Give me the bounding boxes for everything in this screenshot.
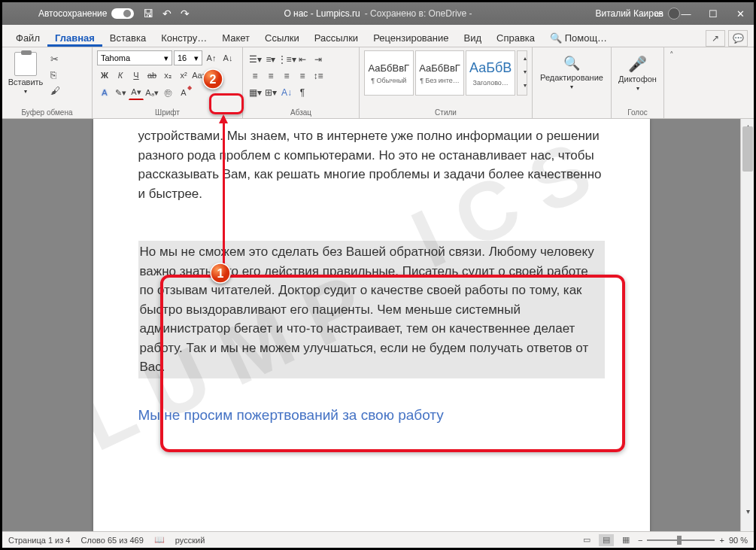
saved-label: - Сохранено в: OneDrive - <box>365 8 472 19</box>
save-icon[interactable]: 🖫 <box>143 8 153 20</box>
font-color-button[interactable]: A▾ <box>129 85 144 100</box>
comments-icon[interactable]: 💬 <box>728 30 748 47</box>
maximize-icon[interactable]: ☐ <box>700 2 727 25</box>
paragraph-2-selected: Но мы не сможем это сделать без Вашей об… <box>138 241 605 378</box>
styles-up-icon[interactable]: ▴ <box>518 51 533 65</box>
line-spacing-button[interactable]: ↕≡ <box>311 68 326 84</box>
bold-button[interactable]: Ж <box>97 68 112 83</box>
tab-insert[interactable]: Вставка <box>102 28 153 47</box>
styles-label: Стили <box>364 107 527 117</box>
para-label: Абзац <box>247 107 354 117</box>
copy-icon[interactable]: ⎘ <box>50 69 60 81</box>
styles-group: АаБбВвГ ¶ Обычный АаБбВвГ ¶ Без инте… Аа… <box>360 47 533 118</box>
zoom-level[interactable]: 90 % <box>729 536 748 545</box>
sort-button[interactable]: A↓ <box>279 85 294 100</box>
page[interactable]: L U M P I C S устройствами. Мы знаем, чт… <box>93 119 650 531</box>
ribbon-tabs: Файл Главная Вставка Констру… Макет Ссыл… <box>2 25 754 47</box>
grow-font-icon[interactable]: A↑ <box>204 50 219 65</box>
inc-indent-button[interactable]: ⇥ <box>311 52 326 67</box>
clear-format-button[interactable]: A <box>208 68 223 83</box>
search-icon: 🔍 <box>563 55 580 71</box>
justify-button[interactable]: ≡ <box>295 68 310 84</box>
language-status[interactable]: русский <box>175 536 205 545</box>
superscript-button[interactable]: x² <box>176 68 191 83</box>
subscript-button[interactable]: x₂ <box>160 68 175 83</box>
font-label: Шрифт <box>97 107 238 117</box>
enclose-button[interactable]: ㊞ <box>160 85 175 100</box>
voice-group: 🎤 Диктофон ▾ Голос <box>612 47 664 118</box>
clipboard-label: Буфер обмена <box>7 107 87 117</box>
share-icon[interactable]: ↗ <box>706 30 725 47</box>
heading: Мы не просим пожертвований за свою работ… <box>138 407 605 424</box>
page-status[interactable]: Страница 1 из 4 <box>8 536 70 545</box>
redo-icon[interactable]: ↷ <box>181 8 190 20</box>
zoom-slider[interactable] <box>647 539 715 541</box>
font-group: Tahoma▾ 16▾ A↑ A↓ Ж К Ч ab x₂ x² Aa▾ A A… <box>93 47 243 118</box>
editing-button[interactable]: 🔍 Редактирование ▾ <box>537 50 606 90</box>
vertical-scrollbar[interactable]: ▴ ▾ <box>740 119 754 531</box>
mic-icon: 🎤 <box>628 55 647 73</box>
styles-down-icon[interactable]: ▾ <box>518 65 533 78</box>
shrink-font-icon[interactable]: A↓ <box>220 50 235 65</box>
spellcheck-icon[interactable]: 📖 <box>154 535 165 545</box>
char-shading-button[interactable]: Aₐ▾ <box>144 85 159 100</box>
bullets-button[interactable]: ☰▾ <box>247 52 263 67</box>
numbering-button[interactable]: ≡▾ <box>263 52 278 67</box>
paste-button[interactable]: Вставить ▾ <box>7 50 44 103</box>
zoom-out-icon[interactable]: − <box>638 536 642 545</box>
minimize-icon[interactable]: — <box>673 2 700 25</box>
show-marks-button[interactable]: ¶ <box>295 85 310 100</box>
read-mode-icon[interactable]: ▭ <box>579 534 594 546</box>
tab-design[interactable]: Констру… <box>153 28 214 47</box>
text-effects-button[interactable]: A <box>97 85 112 100</box>
undo-icon[interactable]: ↶ <box>162 8 172 20</box>
doc-title: О нас - Lumpics.ru <box>284 8 360 19</box>
style-normal[interactable]: АаБбВвГ ¶ Обычный <box>364 50 414 96</box>
close-icon[interactable]: ✕ <box>727 2 754 25</box>
underline-button[interactable]: Ч <box>129 68 144 83</box>
tab-layout[interactable]: Макет <box>214 28 257 47</box>
align-left-button[interactable]: ≡ <box>247 68 263 84</box>
web-layout-icon[interactable]: ▦ <box>618 534 633 546</box>
change-case-button[interactable]: Aa▾ <box>192 68 207 83</box>
shading-button[interactable]: ▦▾ <box>247 85 263 100</box>
highlight-button[interactable]: ✎▾ <box>113 85 128 100</box>
zoom-in-icon[interactable]: + <box>719 536 724 545</box>
tab-view[interactable]: Вид <box>457 28 490 47</box>
italic-button[interactable]: К <box>113 68 128 83</box>
phonetic-button[interactable]: A◆ <box>176 85 191 100</box>
scroll-thumb[interactable] <box>742 126 753 172</box>
document-area: L U M P I C S устройствами. Мы знаем, чт… <box>2 119 754 531</box>
strike-button[interactable]: ab <box>144 68 159 83</box>
cut-icon[interactable]: ✂ <box>50 53 60 65</box>
style-heading1[interactable]: АаБбВ Заголово… <box>466 50 515 96</box>
collapse-ribbon-icon[interactable]: ˄ <box>669 50 674 60</box>
size-combo[interactable]: 16▾ <box>174 50 202 65</box>
font-combo[interactable]: Tahoma▾ <box>97 50 172 65</box>
print-layout-icon[interactable]: ▤ <box>599 534 614 546</box>
styles-more-icon[interactable]: ▾ <box>518 78 533 92</box>
multilevel-button[interactable]: ⋮≡▾ <box>279 52 294 67</box>
style-nospacing[interactable]: АаБбВвГ ¶ Без инте… <box>415 50 465 96</box>
tab-help[interactable]: Справка <box>489 28 542 47</box>
paragraph-group: ☰▾ ≡▾ ⋮≡▾ ⇤ ⇥ ≡ ≡ ≡ ≡ ↕≡ ▦▾ ⊞▾ A↓ ¶ Абза… <box>243 47 360 118</box>
word-count[interactable]: Слово 65 из 469 <box>80 536 143 545</box>
titlebar: Автосохранение 🖫 ↶ ↷ О нас - Lumpics.ru … <box>2 2 754 25</box>
tab-mail[interactable]: Рассылки <box>307 28 366 47</box>
scroll-down-icon[interactable]: ▾ <box>741 504 754 518</box>
align-center-button[interactable]: ≡ <box>263 68 278 84</box>
ribbon-opts-icon[interactable]: ▭ <box>645 2 673 25</box>
format-painter-icon[interactable]: 🖌 <box>50 85 60 96</box>
tab-search[interactable]: 🔍 Помощ… <box>542 28 615 47</box>
ribbon: Вставить ▾ ✂ ⎘ 🖌 Буфер обмена Tahoma▾ 16… <box>2 47 754 119</box>
tab-refs[interactable]: Ссылки <box>257 28 307 47</box>
autosave-toggle[interactable] <box>111 8 134 19</box>
dictate-button[interactable]: 🎤 Диктофон ▾ <box>616 50 659 92</box>
tab-file[interactable]: Файл <box>8 28 47 47</box>
tab-home[interactable]: Главная <box>47 28 102 47</box>
borders-button[interactable]: ⊞▾ <box>263 85 278 100</box>
clipboard-group: Вставить ▾ ✂ ⎘ 🖌 Буфер обмена <box>2 47 93 118</box>
dec-indent-button[interactable]: ⇤ <box>295 52 310 67</box>
align-right-button[interactable]: ≡ <box>279 68 294 84</box>
tab-review[interactable]: Рецензирование <box>366 28 456 47</box>
